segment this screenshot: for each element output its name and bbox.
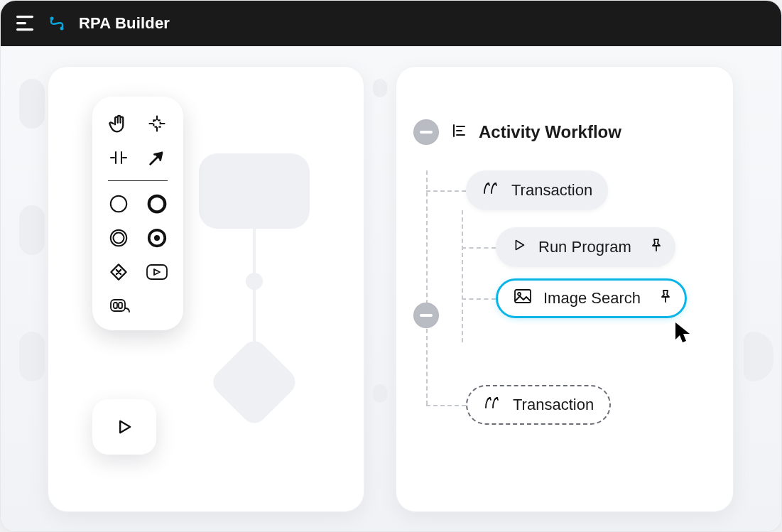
circle-thin-icon[interactable]	[104, 190, 133, 218]
tree-connector	[462, 298, 496, 300]
split-tool-icon[interactable]	[104, 143, 133, 172]
circle-double-icon[interactable]	[104, 224, 133, 252]
bg-shape	[373, 79, 387, 97]
bg-shape	[744, 332, 773, 381]
hand-tool-icon[interactable]	[104, 109, 133, 138]
node-label: Transaction	[513, 396, 594, 414]
arrow-tool-icon[interactable]	[143, 143, 171, 172]
svg-rect-2	[16, 28, 33, 31]
app-title: RPA Builder	[79, 14, 170, 33]
menu-icon[interactable]	[16, 16, 35, 31]
svg-point-20	[518, 293, 521, 295]
pin-icon[interactable]	[659, 289, 672, 308]
svg-rect-17	[420, 131, 433, 134]
bg-shape	[373, 384, 387, 403]
tree-connector	[426, 170, 428, 405]
bg-shape	[19, 332, 45, 381]
image-search-node[interactable]: Image Search	[496, 278, 687, 318]
svg-rect-0	[16, 16, 33, 18]
app-window: RPA Builder	[0, 0, 782, 532]
app-logo-icon	[48, 14, 66, 33]
play-triangle-icon	[511, 237, 527, 257]
svg-rect-14	[111, 300, 125, 311]
canvas-connector	[253, 229, 256, 354]
svg-rect-5	[153, 120, 160, 126]
canvas-node-dot[interactable]	[246, 273, 263, 290]
svg-point-7	[149, 196, 165, 212]
pin-icon[interactable]	[650, 238, 663, 256]
circle-target-icon[interactable]	[143, 224, 171, 252]
collapse-root-button[interactable]	[413, 119, 439, 145]
palette-divider	[108, 180, 168, 181]
transaction-icon	[482, 180, 500, 200]
transaction-icon	[483, 395, 501, 415]
canvas-node-diamond[interactable]	[208, 336, 300, 428]
svg-point-11	[154, 235, 160, 241]
tree-connector	[426, 405, 466, 406]
bg-shape	[19, 205, 45, 255]
collapse-branch-button[interactable]	[413, 303, 439, 328]
workflow-structure-icon	[450, 122, 467, 142]
workflow-panel: Activity Workflow	[396, 66, 734, 512]
workflow-title: Activity Workflow	[479, 122, 621, 142]
cursor-icon	[673, 321, 693, 347]
svg-rect-19	[515, 290, 531, 303]
svg-rect-15	[114, 303, 117, 308]
image-icon	[514, 288, 532, 308]
svg-point-6	[111, 196, 127, 212]
keyboard-icon[interactable]	[107, 292, 135, 320]
svg-point-9	[114, 233, 124, 244]
svg-rect-1	[16, 22, 26, 24]
node-label: Transaction	[511, 181, 592, 200]
diamond-x-icon[interactable]	[104, 258, 133, 286]
svg-rect-16	[119, 303, 122, 308]
svg-rect-18	[420, 314, 433, 317]
crop-tool-icon[interactable]	[143, 109, 171, 138]
content-area: Activity Workflow	[1, 46, 781, 531]
transaction-placeholder-node[interactable]: Transaction	[466, 385, 611, 425]
tool-palette	[92, 97, 183, 330]
play-button[interactable]	[92, 399, 156, 455]
tree-connector	[462, 210, 463, 342]
svg-rect-13	[147, 265, 167, 279]
title-bar: RPA Builder	[1, 1, 781, 46]
node-label: Run Program	[538, 238, 631, 256]
bg-shape	[19, 79, 45, 129]
transaction-node[interactable]: Transaction	[466, 170, 608, 210]
workflow-tree: Activity Workflow	[413, 119, 716, 170]
canvas-node-rect[interactable]	[199, 153, 310, 229]
canvas-panel	[48, 66, 364, 512]
run-program-node[interactable]: Run Program	[496, 227, 675, 267]
node-label: Image Search	[543, 289, 641, 308]
tree-connector	[462, 247, 496, 249]
circle-bold-icon[interactable]	[143, 190, 171, 218]
tree-connector	[426, 190, 466, 192]
rounded-triangle-icon[interactable]	[143, 258, 171, 286]
